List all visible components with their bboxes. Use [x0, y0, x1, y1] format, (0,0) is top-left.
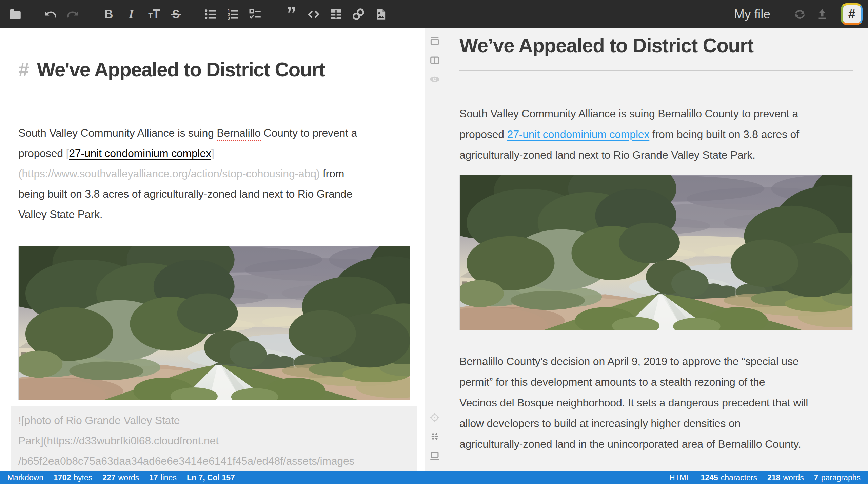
sync-button[interactable] — [789, 0, 811, 28]
split-view: #We've Appealed to District Court South … — [0, 28, 868, 471]
markdown-url-token: (https://www.southvalleyalliance.org/act… — [18, 167, 320, 180]
preview-image — [459, 175, 853, 330]
undo-icon — [43, 7, 58, 21]
bold-icon: B — [102, 7, 116, 21]
lines-unit: lines — [161, 473, 177, 482]
bytes-stat: 1702bytes — [54, 473, 92, 482]
status-bar-toggle-button[interactable] — [427, 448, 442, 463]
editor-text: proposed — [18, 147, 66, 159]
lines-stat: 17lines — [149, 473, 177, 482]
markdown-bracket-token: ] — [211, 147, 214, 159]
checklist-button[interactable] — [244, 0, 267, 28]
cursor-position: Ln 7, Col 157 — [187, 473, 235, 482]
preview-eye-button[interactable] — [427, 72, 442, 87]
preview-line: agriculturally-zoned land in the unincor… — [459, 434, 853, 455]
code-button[interactable] — [302, 0, 325, 28]
folder-icon — [8, 7, 22, 21]
words-unit: words — [783, 473, 804, 482]
condominium-complex-link[interactable]: 27-unit condominium complex — [507, 128, 650, 140]
redo-button[interactable] — [62, 0, 84, 28]
link-button[interactable] — [347, 0, 370, 28]
bold-button[interactable]: B — [98, 0, 120, 28]
ordered-list-button[interactable]: 123 — [222, 0, 244, 28]
editor-heading: #We've Appealed to District Court — [18, 58, 410, 81]
svg-text:T: T — [153, 7, 160, 20]
status-bar: Markdown 1702bytes 227words 17lines Ln 7… — [0, 471, 868, 484]
strikethrough-button[interactable]: S — [165, 0, 187, 28]
redo-icon — [66, 7, 80, 21]
image-button[interactable] — [370, 0, 392, 28]
editor-text: County to prevent a — [261, 127, 357, 139]
editor-heading-text: We've Appealed to District Court — [37, 58, 325, 80]
heading-icon: TT — [146, 7, 161, 21]
editor-inline-image — [18, 246, 410, 400]
preview-line: agriculturally-zoned land next to Rio Gr… — [459, 145, 853, 165]
link-icon — [351, 7, 366, 21]
misspelled-word: Bernalillo — [217, 127, 261, 141]
markdown-editor-app: B I TT S 123 ” My file # #We've Appealed… — [0, 0, 868, 484]
preview-eye-icon — [429, 74, 440, 85]
editor-line: ![photo of Rio Grande Valley State — [18, 410, 417, 430]
river-canal-photo — [19, 246, 410, 400]
focus-mode-icon — [429, 412, 440, 423]
editor-paragraph: South Valley Community Alliance is suing… — [18, 123, 410, 224]
preview-text: from being built on 3.8 acres of — [649, 128, 799, 140]
status-bar-toggle-icon — [429, 450, 440, 461]
editor-pane[interactable]: #We've Appealed to District Court South … — [0, 28, 425, 471]
unordered-list-button[interactable] — [199, 0, 222, 28]
characters-stat: 1245characters — [701, 473, 757, 482]
preview-content: We’ve Appealed to District Court South V… — [444, 28, 868, 471]
svg-text:I: I — [129, 7, 134, 21]
navigation-bar-toggle-icon — [429, 36, 440, 47]
svg-text:3: 3 — [228, 16, 230, 21]
heading-button[interactable]: TT — [142, 0, 165, 28]
preview-line: Bernalillo County’s decision on April 9,… — [459, 351, 853, 372]
preview-line: proposed 27-unit condominium complex fro… — [459, 124, 853, 145]
toolbar: B I TT S 123 ” My file # — [0, 0, 868, 28]
scroll-sync-button[interactable] — [427, 429, 442, 444]
checklist-icon — [248, 7, 262, 21]
editor-text: South Valley Community Alliance is suing — [18, 127, 217, 139]
markdown-bracket-token: [ — [66, 147, 69, 159]
logo-hash-icon: # — [843, 5, 861, 23]
file-title[interactable]: My file — [734, 7, 770, 21]
river-canal-photo — [460, 175, 852, 330]
words-unit: words — [118, 473, 139, 482]
paragraphs-unit: paragraphs — [821, 473, 861, 482]
words-stat: 227words — [102, 473, 139, 482]
code-icon — [307, 7, 321, 21]
preview-line: permit” for this development amounts to … — [459, 372, 853, 392]
folder-button[interactable] — [4, 0, 26, 28]
side-preview-toggle-button[interactable] — [427, 53, 442, 68]
image-markdown-block: ![photo of Rio Grande Valley State Park]… — [11, 406, 417, 471]
preview-paragraph-2: Bernalillo County’s decision on April 9,… — [459, 351, 853, 455]
app-menu-button[interactable]: # — [841, 3, 863, 25]
blockquote-button[interactable]: ” — [280, 0, 302, 28]
preview-line: South Valley Community Alliance is suing… — [459, 103, 853, 124]
preview-text: proposed — [459, 128, 507, 140]
status-left: Markdown 1702bytes 227words 17lines Ln 7… — [7, 473, 235, 482]
publish-button[interactable] — [811, 0, 833, 28]
characters-value: 1245 — [701, 473, 718, 482]
italic-button[interactable]: I — [120, 0, 142, 28]
editor-line: South Valley Community Alliance is suing… — [18, 123, 410, 143]
format-label: Markdown — [7, 473, 43, 482]
undo-button[interactable] — [39, 0, 62, 28]
ordered-list-icon: 123 — [226, 7, 240, 21]
editor-line: Park](https://d33wubrfki0l68.cloudfront.… — [18, 430, 417, 451]
editor-line: Valley State Park. — [18, 204, 410, 224]
table-button[interactable] — [325, 0, 347, 28]
preview-paragraph-1: South Valley Community Alliance is suing… — [459, 103, 853, 165]
side-preview-toggle-icon — [429, 55, 440, 66]
svg-text:”: ” — [286, 7, 296, 21]
markdown-hash-token: # — [18, 58, 29, 80]
preview-line: allow developers to build at increasingl… — [459, 413, 853, 434]
publish-icon — [815, 7, 829, 21]
bytes-value: 1702 — [54, 473, 71, 482]
navigation-bar-toggle-button[interactable] — [427, 34, 442, 49]
words-value: 218 — [767, 473, 780, 482]
words-stat: 218words — [767, 473, 804, 482]
focus-mode-button[interactable] — [427, 410, 442, 425]
svg-text:B: B — [104, 7, 113, 20]
preview-line: Vecinos del Bosque neighborhood. It sets… — [459, 392, 853, 413]
